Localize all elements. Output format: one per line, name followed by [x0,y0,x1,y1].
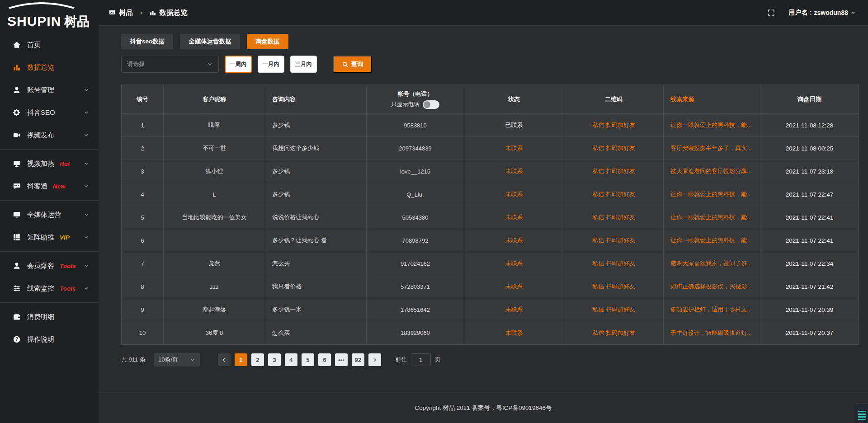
cell-nickname: 不可一世 [164,137,265,160]
page-button-2[interactable]: 2 [251,353,264,366]
page-button-3[interactable]: 3 [268,353,281,366]
range-button-1[interactable]: 一周内 [225,56,252,73]
cell-date: 2021-11-07 22:34 [760,252,859,275]
page-button-6[interactable]: 6 [318,353,331,366]
cell-qr-link[interactable]: 私信 扫码加好友 [564,160,664,183]
page-ellipsis[interactable]: ••• [335,353,348,366]
main-content: 抖音seo数据全媒体运营数据询盘数据 请选择 一周内一月内三月内 查询 编号 客… [99,26,868,423]
sidebar-divider [0,149,99,150]
cell-date: 2021-11-07 22:47 [760,183,859,206]
sidebar-item-11[interactable]: 线索监控 Tools [0,277,99,300]
sidebar-item-1[interactable]: 首页 [0,33,99,56]
sidebar-item-7[interactable]: 抖客通 New [0,175,99,197]
home-icon [13,41,21,49]
cell-qr-link[interactable]: 私信 扫码加好友 [564,252,664,275]
table-row: 10 36度 8 怎么买 183929060 未联系 私信 扫码加好友 无主灯设… [122,321,859,344]
col-header-account: 帐号（电话） 只显示电话 [367,85,464,113]
cell-qr-link[interactable]: 私信 扫码加好友 [564,298,664,321]
page-button-4[interactable]: 4 [285,353,297,366]
tab-2[interactable]: 全媒体运营数据 [180,34,240,49]
table-row: 7 觉然 怎么买 917024162 未联系 私信 扫码加好友 感谢大家喜欢我家… [122,252,859,275]
sidebar-item-label: 首页 [27,41,41,49]
wallet-icon [13,313,21,321]
breadcrumb-root[interactable]: 树品 [119,8,133,18]
cell-id: 1 [122,114,164,136]
range-button-group: 一周内一月内三月内 [219,56,317,73]
sidebar-divider [0,251,99,252]
cell-account: love__1215 [367,160,464,183]
cell-account: 9583810 [367,114,464,136]
bar-chart-icon [149,9,156,16]
page-button-92[interactable]: 92 [352,353,364,366]
sidebar-item-2[interactable]: 数据总览 [0,56,99,79]
topbar-right: 用户名： zswodun88 [767,9,856,17]
cell-account: 572803371 [367,275,464,298]
cell-qr-link[interactable]: 私信 扫码加好友 [564,206,664,229]
page-button-1[interactable]: 1 [235,353,247,366]
cell-content: 怎么买 [265,321,367,344]
tab-3[interactable]: 询盘数据 [247,34,288,49]
page-button-5[interactable]: 5 [302,353,314,366]
cell-id: 4 [122,183,164,206]
filter-select-placeholder: 请选择 [127,60,145,68]
floating-widget[interactable] [856,404,868,423]
sidebar-item-13[interactable]: ? 操作说明 [0,328,99,351]
phone-only-toggle[interactable] [423,100,439,109]
cell-qr-link[interactable]: 私信 扫码加好友 [564,321,664,344]
filter-select[interactable]: 请选择 [121,56,219,73]
cell-source-link[interactable]: 让你一眼就爱上的黑科技，能... [664,114,760,136]
cell-qr-link[interactable]: 私信 扫码加好友 [564,229,664,252]
cell-date: 2021-11-07 20:39 [760,298,859,321]
range-button-3[interactable]: 三月内 [290,56,317,73]
grid-icon [13,233,21,241]
table-row: 1 哦章 多少钱 9583810 已联系 私信 扫码加好友 让你一眼就爱上的黑科… [122,114,859,137]
cell-date: 2021-11-07 20:37 [760,321,859,344]
sidebar-item-12[interactable]: 消费明细 [0,306,99,328]
cell-qr-link[interactable]: 私信 扫码加好友 [564,114,664,136]
page-size-select[interactable]: 10条/页 [154,353,200,367]
sidebar-item-6[interactable]: 视频加热 Hot [0,152,99,175]
sidebar-item-10[interactable]: 会员爆客 Tools [0,254,99,277]
user-menu[interactable]: 用户名： zswodun88 [789,9,856,17]
prev-page-button[interactable] [218,353,231,366]
cell-id: 10 [122,321,164,344]
cell-nickname: 36度 8 [164,321,265,344]
cell-source-link[interactable]: 感谢大家喜欢我家，被问了好... [664,252,760,275]
tab-1[interactable]: 抖音seo数据 [121,34,173,49]
sidebar-item-5[interactable]: 视频发布 [0,124,99,146]
sidebar-item-9[interactable]: 矩阵助推 VIP [0,226,99,249]
cell-qr-link[interactable]: 私信 扫码加好友 [564,183,664,206]
cell-source-link[interactable]: 让你一眼就爱上的黑科技，能... [664,229,760,252]
cell-nickname: 哦章 [164,114,265,136]
cell-source-link[interactable]: 被大家追着问的客厅投影分享... [664,160,760,183]
goto-page: 前往 1 页 [395,353,441,366]
next-page-button[interactable] [368,353,381,366]
goto-page-input[interactable]: 1 [411,353,431,366]
range-button-2[interactable]: 一月内 [258,56,284,73]
cell-source-link[interactable]: 让你一眼就爱上的黑科技，能... [664,183,760,206]
cell-source-link[interactable]: 多功能护栏灯，适用于乡村文... [664,298,760,321]
cell-source-link[interactable]: 客厅安装投影半年多了，真实... [664,137,760,160]
table-header: 编号 客户昵称 咨询内容 帐号（电话） 只显示电话 状态 二维码 线索来源 询盘… [122,85,859,114]
cell-source-link[interactable]: 无主灯设计，智能磁吸轨道灯... [664,321,760,344]
cell-source-link[interactable]: 让你一眼就爱上的黑科技，能... [664,206,760,229]
sidebar-item-3[interactable]: 账号管理 [0,79,99,101]
sidebar-item-8[interactable]: 全媒体运营 [0,203,99,226]
cell-source-link[interactable]: 如何正确选择投影仪，买投影... [664,275,760,298]
chevron-down-icon [207,61,213,67]
cell-id: 7 [122,252,164,275]
page-size-value: 10条/页 [158,356,178,364]
video-icon [13,131,21,139]
query-button[interactable]: 查询 [333,56,372,73]
cell-content: 多少钱 [265,114,367,136]
sidebar-item-label: 数据总览 [27,63,54,72]
col-header-status: 状态 [464,85,564,113]
cell-content: 我想问这个多少钱 [265,137,367,160]
sidebar-item-label: 抖客通 [27,182,47,191]
chevron-down-icon [83,183,90,189]
fullscreen-icon[interactable] [767,9,775,17]
sidebar-item-4[interactable]: 抖音SEO [0,101,99,124]
cell-qr-link[interactable]: 私信 扫码加好友 [564,275,664,298]
cell-qr-link[interactable]: 私信 扫码加好友 [564,137,664,160]
sidebar-nav: 首页 数据总览 账号管理 抖音SEO 视频发布 视频加热 Hot [0,28,99,351]
